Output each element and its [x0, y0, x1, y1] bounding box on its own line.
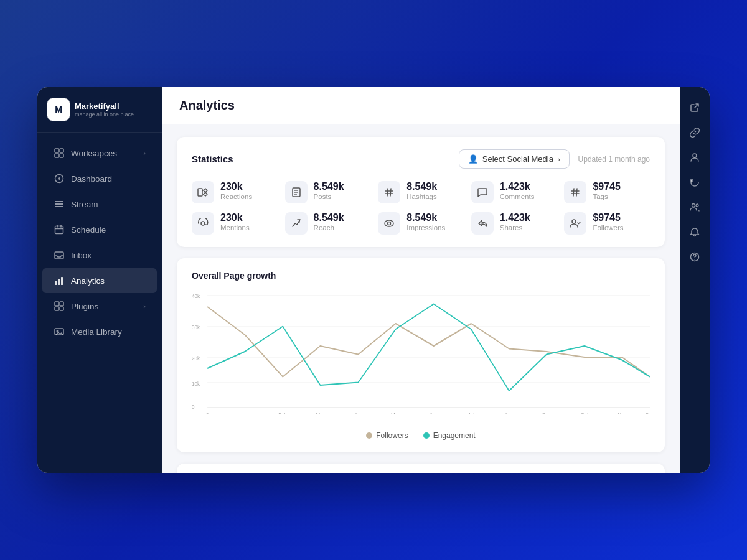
- reach-icon: [285, 212, 308, 235]
- sidebar-item-workspaces[interactable]: Worksapces ›: [42, 141, 157, 166]
- svg-rect-23: [198, 189, 202, 196]
- svg-text:Sep: Sep: [542, 412, 552, 414]
- sidebar-item-label-stream: Stream: [71, 200, 98, 209]
- tags-value: $9745: [593, 181, 621, 192]
- stat-item-reactions: 230k Reactions: [192, 181, 278, 203]
- link-icon[interactable]: [684, 122, 705, 143]
- mentions-info: 230k Mentions: [220, 212, 250, 231]
- stat-item-impressions: 8.549k Impressions: [378, 212, 464, 235]
- sidebar-item-label-schedule: Schedule: [71, 225, 106, 235]
- stat-item-hashtags: 8.549k Hashtags: [378, 181, 464, 203]
- sidebar-item-label-media-library: Media Library: [71, 327, 122, 337]
- help-icon[interactable]: [684, 246, 705, 268]
- team-icon[interactable]: [684, 197, 705, 218]
- svg-rect-7: [55, 203, 63, 205]
- logo-tagline: manage all in one place: [75, 111, 134, 118]
- impressions-section: Impressions: [177, 464, 665, 473]
- stat-item-tags: $9745 Tags: [564, 181, 650, 203]
- svg-text:jan: jan: [241, 412, 248, 414]
- followers-icon: [564, 212, 586, 235]
- main-content: Analytics Statistics 👤 Select Social Med…: [162, 87, 680, 473]
- sidebar-item-plugins[interactable]: Plugins ›: [42, 294, 157, 319]
- shares-label: Shares: [500, 224, 530, 231]
- shares-value: 1.423k: [500, 212, 530, 223]
- svg-point-67: [696, 204, 698, 207]
- sidebar-item-inbox[interactable]: Inbox: [42, 243, 157, 268]
- sidebar-item-label-analytics: Analytics: [71, 276, 105, 286]
- impressions-title: Impressions: [189, 472, 652, 473]
- sidebar-item-label-plugins: Plugins: [71, 302, 98, 311]
- reactions-label: Reactions: [220, 193, 252, 200]
- sidebar-item-analytics[interactable]: Analytics: [42, 268, 157, 293]
- user-icon[interactable]: [684, 147, 705, 168]
- hashtags-info: 8.549k Hashtags: [406, 181, 437, 200]
- statistics-card: Statistics 👤 Select Social Media › Updat…: [177, 137, 665, 247]
- person-icon: 👤: [468, 154, 478, 164]
- chart-title: Overall Page growth: [192, 271, 650, 281]
- shares-info: 1.423k Shares: [500, 212, 530, 231]
- tags-icon: [564, 181, 586, 203]
- stream-nav-icon: [54, 198, 65, 210]
- impressions-label: Impressions: [406, 224, 445, 231]
- page-header: Analytics: [162, 87, 680, 124]
- logo-area: M Marketifyall manage all in one place: [37, 87, 162, 133]
- svg-text:Apr: Apr: [354, 412, 362, 414]
- sidebar-item-dashboard[interactable]: Dashboard: [42, 166, 157, 191]
- dashboard-nav-icon: [54, 173, 65, 184]
- followers-label: Followers: [593, 224, 623, 231]
- media-library-nav-icon: [54, 326, 65, 337]
- sidebar-item-label-workspaces: Worksapces: [71, 149, 117, 158]
- svg-point-39: [385, 220, 393, 226]
- reactions-icon: [192, 181, 214, 203]
- svg-line-32: [573, 189, 574, 196]
- bell-icon[interactable]: [684, 222, 705, 243]
- hashtags-value: 8.549k: [406, 181, 437, 192]
- external-link-icon[interactable]: [684, 97, 705, 118]
- svg-text:Feb: Feb: [278, 412, 287, 414]
- svg-text:Aug: Aug: [505, 412, 514, 414]
- chevron-right-icon: ›: [558, 156, 560, 163]
- sidebar-item-schedule[interactable]: Schedule: [42, 217, 157, 242]
- sidebar-item-stream[interactable]: Stream: [42, 192, 157, 217]
- logo-icon: M: [47, 98, 70, 121]
- svg-text:10k: 10k: [192, 381, 200, 388]
- comments-icon: [471, 181, 494, 203]
- nav-arrow-workspaces: ›: [143, 149, 146, 157]
- posts-value: 8.549k: [314, 181, 344, 192]
- stat-item-reach: 8.549k Reach: [285, 212, 371, 235]
- svg-line-28: [387, 189, 388, 196]
- svg-rect-19: [55, 307, 59, 310]
- stat-item-mentions: 230k Mentions: [192, 212, 278, 235]
- stats-row-2: 230k Mentions 8.549k Reach 8.549k Impres…: [192, 212, 650, 235]
- sidebar-item-media-library[interactable]: Media Library: [42, 319, 157, 344]
- reactions-value: 230k: [220, 181, 252, 192]
- reach-value: 8.549k: [314, 212, 344, 223]
- stat-item-followers: $9745 Followers: [564, 212, 650, 235]
- followers-dot: [366, 432, 372, 439]
- svg-rect-1: [60, 149, 63, 152]
- sidebar-nav: Worksapces › Dashboard Stream Schedule I…: [37, 133, 162, 473]
- comments-info: 1.423k Comments: [500, 181, 535, 200]
- logo-name: Marketifyall: [75, 101, 134, 111]
- page-title: Analytics: [179, 98, 662, 113]
- growth-chart-card: Overall Page growth 40k 30k 20k 10k 0: [177, 258, 665, 452]
- svg-point-22: [57, 330, 59, 332]
- legend-engagement: Engagement: [423, 431, 476, 440]
- svg-rect-6: [55, 201, 63, 202]
- select-social-media-button[interactable]: 👤 Select Social Media ›: [459, 149, 570, 169]
- svg-text:May: May: [391, 412, 401, 414]
- svg-rect-17: [55, 302, 59, 306]
- svg-text:Jul: Jul: [468, 412, 474, 414]
- statistics-title: Statistics: [192, 154, 233, 164]
- stat-item-shares: 1.423k Shares: [471, 212, 557, 235]
- posts-label: Posts: [314, 193, 344, 200]
- svg-text:40k: 40k: [192, 293, 200, 300]
- svg-text:Jun: Jun: [430, 412, 438, 414]
- engagement-label: Engagement: [433, 431, 476, 440]
- svg-rect-15: [58, 279, 60, 285]
- svg-point-40: [388, 222, 391, 225]
- refresh-icon[interactable]: [684, 172, 705, 193]
- svg-rect-9: [55, 226, 63, 234]
- analytics-nav-icon: [54, 275, 65, 286]
- comments-label: Comments: [500, 193, 535, 200]
